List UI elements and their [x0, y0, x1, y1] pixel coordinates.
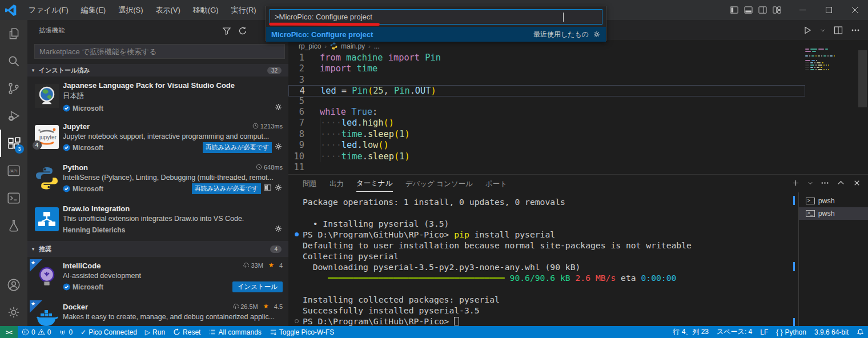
- code-line-11[interactable]: 11: [288, 162, 805, 173]
- breadcrumb[interactable]: rp_pico › main.py › ...: [288, 40, 868, 53]
- minimize-button[interactable]: [789, 0, 815, 20]
- pico-reset-button[interactable]: Reset: [169, 326, 204, 338]
- menu-go[interactable]: 移動(G): [188, 3, 224, 18]
- extension-japanese-language-pack[interactable]: Japanese Language Pack for Visual Studio…: [27, 77, 288, 118]
- code-line-2[interactable]: 2import time: [288, 63, 805, 74]
- menu-view[interactable]: 表示(V): [151, 3, 186, 18]
- run-python-file-icon[interactable]: [803, 26, 812, 35]
- remote-indicator[interactable]: ><: [0, 326, 18, 338]
- breadcrumb-symbol[interactable]: ...: [374, 42, 380, 50]
- broadcast-status[interactable]: 0: [55, 326, 77, 338]
- extension-intellicode[interactable]: IntelliCode 33M ★ 4 AI-assisted developm…: [27, 257, 288, 298]
- run-debug-icon[interactable]: [0, 102, 27, 130]
- terminal-output[interactable]: Package operations: 1 install, 0 updates…: [288, 192, 793, 326]
- run-dropdown-chevron-icon[interactable]: [820, 26, 826, 35]
- extension-jupyter[interactable]: jupyter 4 Jupyter 1213ms Jupyter noteboo…: [27, 118, 288, 159]
- code-line-4[interactable]: 4led = Pin(25, Pin.OUT): [288, 85, 805, 96]
- split-editor-icon[interactable]: [834, 26, 843, 35]
- accounts-icon[interactable]: [0, 271, 27, 299]
- source-control-icon[interactable]: [0, 75, 27, 102]
- reload-required-button[interactable]: 再読み込みが必要です: [192, 183, 261, 194]
- maximize-panel-icon[interactable]: [837, 179, 845, 187]
- sidebar-title: 拡張機能: [39, 26, 222, 35]
- command-palette-input-box[interactable]: [270, 9, 602, 25]
- menu-selection[interactable]: 選択(S): [113, 3, 148, 18]
- panel-tab-output[interactable]: 出力: [329, 176, 344, 192]
- extension-search-box[interactable]: [34, 44, 285, 59]
- breadcrumb-file[interactable]: main.py: [341, 42, 365, 50]
- editor-scrollbar[interactable]: [858, 50, 867, 107]
- command-palette-result[interactable]: MicroPico: Configure project 最近使用したもの: [266, 27, 606, 42]
- code-editor[interactable]: 1from machine import Pin2import time34le…: [288, 53, 805, 173]
- extensions-icon[interactable]: 3: [0, 130, 27, 157]
- search-icon[interactable]: [0, 47, 27, 75]
- python-interpreter[interactable]: 3.9.6 64-bit: [810, 326, 853, 338]
- explorer-icon[interactable]: [0, 20, 27, 47]
- terminal-tab-pwsh-1[interactable]: >_pwsh: [799, 195, 868, 207]
- extension-python[interactable]: Python 648ms IntelliSense (Pylance), Lin…: [27, 159, 288, 200]
- menu-run[interactable]: 実行(R): [226, 3, 262, 18]
- toggle-sidebar-icon[interactable]: [730, 6, 738, 14]
- close-panel-icon[interactable]: [853, 179, 861, 187]
- pico-run-button[interactable]: ▷ Run: [141, 326, 169, 338]
- customize-layout-icon[interactable]: [773, 6, 781, 14]
- manage-gear-icon[interactable]: [274, 142, 283, 153]
- panel-tab-debug-console[interactable]: デバッグ コンソール: [405, 176, 473, 192]
- manage-gear-icon[interactable]: [274, 224, 283, 235]
- command-decoration-hollow[interactable]: [295, 319, 299, 323]
- command-palette-input[interactable]: [275, 13, 597, 21]
- language-mode[interactable]: { }Python: [772, 326, 810, 338]
- panel-tab-terminal[interactable]: ターミナル: [356, 175, 393, 192]
- new-terminal-icon[interactable]: [791, 179, 800, 187]
- testing-icon[interactable]: [0, 212, 27, 239]
- panel-more-actions-icon[interactable]: [821, 179, 829, 187]
- open-in-editor-icon[interactable]: [263, 183, 272, 194]
- manage-gear-icon[interactable]: [274, 183, 283, 194]
- extension-docker[interactable]: Docker 26.5M ★ 4.5 Makes it easy to crea…: [27, 298, 288, 326]
- breadcrumb-folder[interactable]: rp_pico: [299, 42, 321, 50]
- indentation-status[interactable]: スペース: 4: [713, 326, 756, 338]
- install-button[interactable]: インストール: [232, 281, 283, 292]
- code-line-9[interactable]: 9····led.low(): [288, 140, 805, 151]
- reload-required-button[interactable]: 再読み込みが必要です: [203, 142, 272, 153]
- code-line-5[interactable]: 5: [288, 96, 805, 107]
- code-line-10[interactable]: 10····time.sleep(1): [288, 151, 805, 162]
- terminal-dropdown-chevron-icon[interactable]: [807, 179, 813, 187]
- toggle-panel-icon[interactable]: [744, 6, 753, 14]
- code-line-6[interactable]: 6while True:: [288, 107, 805, 118]
- code-line-1[interactable]: 1from machine import Pin: [288, 53, 805, 63]
- code-line-7[interactable]: 7····led.high(): [288, 118, 805, 128]
- filter-icon[interactable]: [222, 26, 231, 35]
- api-client-icon[interactable]: /API: [0, 157, 27, 184]
- panel-tab-problems[interactable]: 問題: [303, 176, 317, 192]
- extension-drawio[interactable]: Draw.io Integration This unofficial exte…: [27, 200, 288, 241]
- notifications-bell[interactable]: [853, 326, 868, 338]
- configure-gear-icon[interactable]: [593, 30, 601, 38]
- toggle-pico-fs-button[interactable]: Toggle Pico-W-FS: [266, 326, 338, 338]
- refresh-icon[interactable]: [238, 26, 247, 35]
- minimap[interactable]: [805, 49, 854, 74]
- extension-search-input[interactable]: [39, 47, 280, 56]
- section-recommended[interactable]: ▾ 推奨 4: [27, 241, 288, 257]
- verified-publisher-icon: [63, 144, 70, 151]
- menu-file[interactable]: ファイル(F): [23, 3, 74, 18]
- menu-edit[interactable]: 編集(E): [76, 3, 111, 18]
- code-line-8[interactable]: 8····time.sleep(1): [288, 129, 805, 140]
- manage-gear-icon[interactable]: [274, 103, 283, 114]
- all-commands-button[interactable]: All commands: [204, 326, 265, 338]
- toggle-secondary-sidebar-icon[interactable]: [758, 6, 767, 14]
- code-line-3[interactable]: 3: [288, 75, 805, 86]
- terminal-tab-pwsh-2[interactable]: >_pwsh: [799, 207, 868, 220]
- eol-status[interactable]: LF: [756, 326, 772, 338]
- remote-terminal-icon[interactable]: [0, 184, 27, 212]
- cursor-position[interactable]: 行 4、列 23: [669, 326, 713, 338]
- section-installed[interactable]: ▾ インストール済み 32: [27, 64, 288, 77]
- maximize-button[interactable]: [815, 0, 842, 20]
- more-actions-icon[interactable]: [851, 26, 860, 35]
- problems-status[interactable]: 0 0: [18, 326, 55, 338]
- command-decoration-filled[interactable]: [295, 232, 299, 236]
- close-button[interactable]: [842, 0, 868, 20]
- panel-tab-ports[interactable]: ポート: [485, 176, 507, 192]
- settings-gear-icon[interactable]: [0, 299, 27, 326]
- pico-connected-status[interactable]: ✓ Pico Connected: [77, 326, 141, 338]
